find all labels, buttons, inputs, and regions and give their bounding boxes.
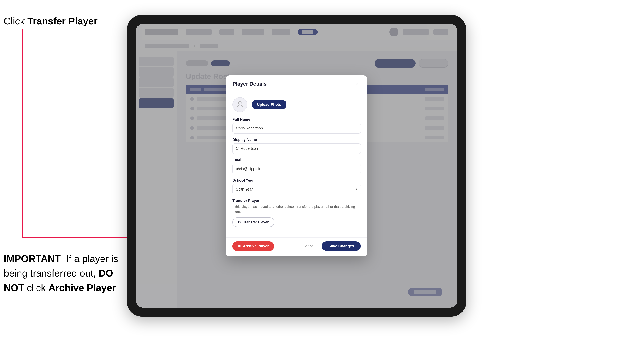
school-year-wrapper: First Year Second Year Third Year Fourth… [232, 184, 361, 194]
archive-label: Archive Player [243, 244, 269, 248]
important-label: IMPORTANT [4, 253, 60, 264]
avatar-section: Upload Photo [232, 97, 361, 112]
instruction-bottom: IMPORTANT: If a player is being transfer… [4, 251, 119, 295]
transfer-player-button[interactable]: ⟳ Transfer Player [232, 217, 274, 227]
tablet-device: › [127, 15, 466, 317]
instruction-prefix: Click [4, 16, 28, 26]
modal-overlay: Player Details × [136, 24, 457, 308]
email-input[interactable] [232, 164, 361, 174]
archive-player-button[interactable]: ⚑ Archive Player [232, 241, 274, 251]
full-name-label: Full Name [232, 117, 361, 122]
school-year-group: School Year First Year Second Year Third… [232, 178, 361, 194]
transfer-player-section: Transfer Player If this player has moved… [232, 198, 361, 227]
modal-footer: ⚑ Archive Player Cancel Save Changes [226, 237, 368, 256]
email-group: Email [232, 158, 361, 174]
svg-point-0 [238, 102, 241, 104]
email-label: Email [232, 158, 361, 162]
transfer-btn-label: Transfer Player [243, 220, 268, 224]
transfer-player-description: If this player has moved to another scho… [232, 204, 361, 214]
cancel-button[interactable]: Cancel [299, 241, 318, 251]
player-avatar-icon [232, 97, 247, 112]
school-year-label: School Year [232, 178, 361, 182]
display-name-input[interactable] [232, 143, 361, 154]
transfer-player-label: Transfer Player [232, 198, 361, 203]
archive-icon: ⚑ [238, 244, 241, 248]
instruction-highlight: Transfer Player [28, 16, 98, 26]
instruction-top: Click Transfer Player [4, 15, 98, 27]
save-changes-button[interactable]: Save Changes [322, 241, 361, 251]
player-details-modal: Player Details × [226, 75, 368, 256]
modal-close-button[interactable]: × [354, 81, 361, 87]
school-year-select[interactable]: First Year Second Year Third Year Fourth… [232, 184, 361, 194]
tablet-screen: › [136, 24, 457, 308]
app-background: › [136, 24, 457, 308]
annotation-line-vertical [22, 29, 23, 237]
display-name-label: Display Name [232, 138, 361, 142]
modal-body: Upload Photo Full Name Display Name [226, 92, 368, 237]
upload-photo-button[interactable]: Upload Photo [252, 100, 286, 109]
display-name-group: Display Name [232, 138, 361, 154]
modal-header: Player Details × [226, 75, 368, 92]
full-name-group: Full Name [232, 117, 361, 134]
modal-title: Player Details [232, 81, 267, 87]
transfer-icon: ⟳ [238, 220, 241, 224]
footer-right-actions: Cancel Save Changes [299, 241, 361, 251]
full-name-input[interactable] [232, 123, 361, 134]
